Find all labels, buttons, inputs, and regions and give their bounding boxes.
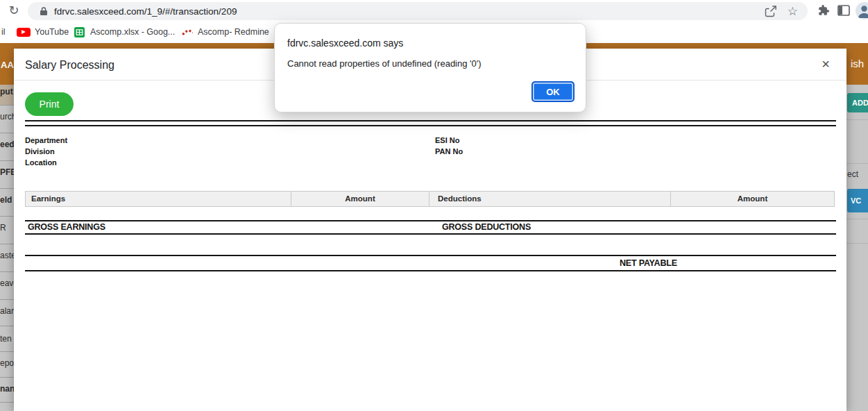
separator-line: [25, 233, 836, 235]
vc-badge[interactable]: VC: [847, 189, 868, 212]
sidebar-item[interactable]: PFE: [0, 167, 14, 177]
bookmark-item-ascomp-xlsx[interactable]: Ascomp.xlsx - Goog...: [90, 27, 175, 37]
separator-line: [25, 255, 609, 256]
separator-line: [25, 220, 836, 221]
screen: AAS ish put urch eed PFE eld R aste eave…: [0, 0, 868, 411]
sidebar-divider: [0, 105, 14, 106]
sidebar-divider: [0, 351, 14, 352]
gross-deductions-label: GROSS DEDUCTIONS: [442, 222, 531, 232]
separator-line: [25, 120, 836, 121]
division-label: Division: [25, 146, 55, 157]
add-button[interactable]: ADD: [847, 93, 868, 112]
alert-origin-title: fdrvc.salesxceed.com says: [287, 37, 403, 49]
separator-line: [25, 270, 609, 271]
department-label: Department: [25, 135, 67, 146]
sidebar-item[interactable]: epor: [0, 358, 14, 368]
js-alert-dialog: fdrvc.salesxceed.com says Cannot read pr…: [274, 23, 586, 112]
net-payable-label: NET PAYABLE: [609, 256, 836, 270]
profile-avatar[interactable]: [856, 2, 868, 19]
ok-button[interactable]: OK: [531, 81, 575, 102]
sidebar-item[interactable]: R: [0, 223, 14, 233]
sidebar-divider: [0, 271, 14, 272]
sidebar-item[interactable]: eld: [0, 195, 14, 205]
bookmark-item-ascomp-redmine[interactable]: Ascomp- Redmine: [198, 27, 269, 37]
close-icon[interactable]: ×: [817, 56, 834, 72]
reload-icon[interactable]: ↻: [6, 1, 22, 19]
url-bar[interactable]: fdrvc.salesxceed.com/1_9/#/transaction/2…: [28, 2, 808, 20]
bookmark-star-icon[interactable]: ☆: [788, 3, 798, 20]
sidebar-divider: [0, 188, 14, 189]
sidebar-divider: [0, 160, 14, 161]
url-text[interactable]: fdrvc.salesxceed.com/1_9/#/transaction/2…: [54, 6, 237, 17]
location-label: Location: [25, 157, 57, 168]
earnings-amount-column-header: Amount: [291, 191, 429, 207]
select-label-fragment: ect: [847, 169, 858, 179]
bookmark-item-youtube[interactable]: YouTube: [35, 27, 69, 37]
print-button[interactable]: Print: [25, 92, 74, 116]
bookmark-item-gmail-fragment[interactable]: il: [1, 27, 6, 37]
share-icon[interactable]: [765, 6, 777, 20]
google-sheets-icon: [74, 27, 85, 40]
modal-title: Salary Processing: [25, 59, 114, 72]
sidebar-item[interactable]: alary: [0, 306, 14, 316]
sidebar-divider: [0, 216, 14, 217]
youtube-icon: [17, 28, 31, 37]
sidebar-divider: [0, 299, 14, 300]
sidebar-divider: [0, 402, 14, 403]
esi-no-label: ESI No: [435, 135, 459, 146]
net-payable-box: NET PAYABLE: [609, 255, 836, 271]
sidebar-item[interactable]: nan: [0, 384, 14, 394]
sidebar-divider: [0, 377, 14, 378]
right-panel-divider: [846, 243, 868, 244]
sidebar-item[interactable]: eave: [0, 278, 14, 288]
sidebar-divider: [0, 244, 14, 244]
gross-earnings-label: GROSS EARNINGS: [28, 222, 105, 232]
right-panel-divider: [846, 219, 868, 219]
deductions-column-header: Deductions: [429, 191, 671, 207]
sidebar-item[interactable]: aste: [0, 251, 14, 260]
right-panel-divider: [846, 163, 868, 164]
earnings-column-header: Earnings: [25, 191, 291, 207]
lock-icon[interactable]: [40, 6, 48, 19]
sidebar-item[interactable]: ten: [0, 334, 14, 344]
sidebar-divider: [0, 133, 14, 133]
browser-toolbar: ↻ fdrvc.salesxceed.com/1_9/#/transaction…: [0, 0, 868, 21]
alert-message: Cannot read properties of undefined (rea…: [287, 58, 482, 69]
extensions-puzzle-icon[interactable]: [817, 4, 830, 19]
side-panel-icon[interactable]: [837, 5, 850, 19]
deductions-amount-column-header: Amount: [670, 191, 835, 207]
sidebar-item[interactable]: urch: [0, 112, 14, 121]
right-panel-divider: [846, 119, 868, 120]
pan-no-label: PAN No: [435, 146, 463, 157]
separator-line: [25, 125, 836, 126]
salary-table-header-row: Earnings Amount Deductions Amount: [25, 191, 836, 207]
sidebar-divider: [0, 326, 14, 326]
language-selector-fragment: ish: [851, 58, 864, 69]
redmine-icon: [181, 30, 193, 36]
sidebar-item[interactable]: put: [0, 87, 14, 97]
sidebar-item[interactable]: eed: [0, 140, 14, 149]
